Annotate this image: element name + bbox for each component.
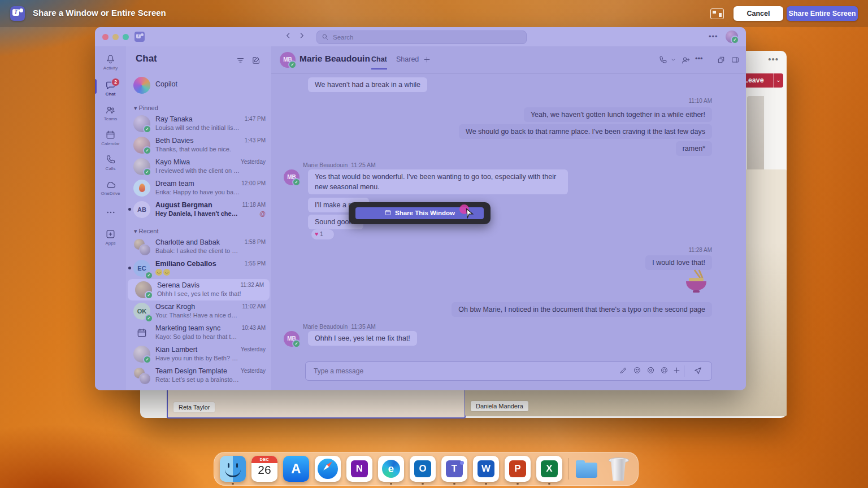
- list-item-copilot[interactable]: Copilot: [126, 75, 271, 97]
- list-item-charlotte-babak[interactable]: Charlotte and Babak Babak: I asked the c…: [126, 236, 271, 258]
- onenote-icon[interactable]: N: [346, 456, 372, 482]
- calendar-icon[interactable]: DEC26: [251, 456, 277, 482]
- conversation-header: MB✓ Marie Beaudouin Chat Shared •••: [271, 46, 746, 74]
- rail-item-teams[interactable]: Teams: [95, 103, 126, 127]
- search-icon: [321, 33, 329, 43]
- dock: DEC26 A N e O T W P X: [214, 452, 639, 486]
- message-bubble-right: ramen*: [676, 141, 712, 156]
- avatar-initials: AB: [133, 201, 150, 218]
- presence-available-icon: ✓: [292, 178, 301, 186]
- share-bar: T Share a Window or Entire Screen Cancel…: [0, 0, 868, 27]
- list-item-ray-tanaka[interactable]: ✓ Ray Tanaka Louisa will send the initia…: [126, 113, 271, 134]
- send-icon[interactable]: [693, 366, 702, 377]
- popout-icon[interactable]: [717, 55, 726, 67]
- call-dropdown-icon[interactable]: [670, 55, 677, 66]
- format-icon[interactable]: [619, 366, 628, 377]
- chat-list-title: Chat: [136, 53, 157, 64]
- participant-name-label: Daniela Mandera: [471, 401, 528, 411]
- list-item-kian-lambert[interactable]: ✓ Kian Lambert Have you run this by Beth…: [126, 343, 271, 365]
- leave-dropdown-button[interactable]: ⌄: [773, 73, 783, 88]
- pinned-section-label[interactable]: ▾ Pinned: [134, 104, 158, 112]
- outlook-icon[interactable]: O: [410, 456, 436, 482]
- avatar: ✓: [133, 158, 150, 175]
- meeting-more-icon[interactable]: •••: [768, 54, 779, 64]
- list-item-august-bergman[interactable]: AB August Bergman Hey Daniela, I haven't…: [126, 199, 271, 220]
- finder-icon[interactable]: [220, 456, 246, 482]
- running-indicator: [548, 483, 550, 485]
- add-tab-icon[interactable]: [423, 55, 431, 66]
- tab-chat[interactable]: Chat: [371, 55, 387, 69]
- list-item-serena-davis-selected[interactable]: ✓ Serena Davis Ohhh I see, yes let me fi…: [128, 279, 270, 300]
- rail-item-calendar[interactable]: Calendar: [95, 128, 126, 151]
- list-item-dream-team[interactable]: Dream team Erika: Happy to have you back…: [126, 177, 271, 199]
- open-panel-icon[interactable]: [731, 55, 740, 67]
- loop-icon[interactable]: [660, 366, 669, 377]
- tab-shared[interactable]: Shared: [396, 55, 419, 63]
- list-item-beth-davies[interactable]: ✓ Beth Davies Thanks, that would be nice…: [126, 134, 271, 156]
- presence-available-icon: ✓: [288, 60, 297, 69]
- minimize-traffic-light[interactable]: [112, 34, 119, 40]
- edge-icon[interactable]: e: [378, 456, 404, 482]
- unread-dot: [128, 267, 131, 269]
- group-avatar: [133, 367, 150, 384]
- list-item-emiliano-ceballos[interactable]: EC ✓ Emiliano Ceballos 1:55 PM: [126, 258, 271, 279]
- attach-plus-icon[interactable]: [672, 366, 681, 377]
- rail-item-chat[interactable]: 2 Chat: [95, 78, 126, 102]
- chat-list-panel: Chat Copilot ▾ Pinned ✓ Ray Tanaka Louis…: [126, 46, 272, 390]
- window-more-icon[interactable]: •••: [709, 32, 718, 41]
- rail-item-apps[interactable]: Apps: [95, 227, 126, 251]
- list-item-team-design-template[interactable]: Team Design Template Reta: Let's set up …: [126, 365, 271, 386]
- trash-icon[interactable]: [605, 456, 631, 482]
- filter-icon[interactable]: [236, 55, 245, 67]
- heart-reaction-chip[interactable]: ♥ 1: [311, 229, 335, 240]
- emoji-icon[interactable]: [633, 366, 641, 377]
- back-icon[interactable]: [284, 31, 293, 42]
- rail-item-calls[interactable]: Calls: [95, 152, 126, 176]
- zoom-traffic-light[interactable]: [123, 34, 129, 40]
- add-people-icon[interactable]: [681, 55, 691, 67]
- timestamp: 11:28 AM: [688, 247, 712, 253]
- recent-section-label[interactable]: ▾ Recent: [134, 228, 158, 235]
- app-store-icon[interactable]: A: [283, 456, 309, 482]
- profile-avatar[interactable]: ✓: [726, 30, 738, 43]
- powerpoint-icon[interactable]: P: [505, 456, 531, 482]
- presence-available-icon: ✓: [143, 168, 151, 176]
- close-traffic-light[interactable]: [102, 34, 108, 40]
- meeting-calendar-icon: [133, 324, 150, 341]
- presence-available-icon: ✓: [145, 291, 153, 299]
- compose-bar[interactable]: [305, 361, 712, 381]
- search-bar[interactable]: [316, 30, 527, 44]
- rail-item-onedrive[interactable]: OneDrive: [95, 177, 126, 201]
- conversation-more-icon[interactable]: •••: [695, 54, 703, 63]
- forward-icon[interactable]: [297, 31, 306, 42]
- emoji-preview: [155, 269, 240, 277]
- mention-icon: @: [259, 210, 266, 217]
- downloads-folder-icon[interactable]: [574, 456, 600, 482]
- list-item-kayo-miwa[interactable]: ✓ Kayo Miwa I reviewed with the client o…: [126, 156, 271, 177]
- running-indicator: [232, 483, 234, 485]
- rail-item-more[interactable]: [95, 206, 126, 219]
- teams-chat-window[interactable]: T ••• ✓ Activity 2 Chat: [95, 27, 746, 390]
- share-entire-screen-button[interactable]: Share Entire Screen: [787, 6, 858, 21]
- message-input[interactable]: [313, 365, 586, 377]
- message-bubble-right: We should go back to that ramne place. I…: [459, 124, 712, 139]
- rail-item-activity[interactable]: Activity: [95, 52, 126, 76]
- message-bubble-left: Yes that would be wonderful. I've been w…: [308, 169, 568, 194]
- list-item-marketing-team-sync[interactable]: Marketing team sync Kayo: So glad to hea…: [126, 322, 271, 343]
- screen-layout-icon[interactable]: [710, 8, 724, 19]
- new-chat-icon[interactable]: [251, 55, 261, 67]
- teams-app-icon: T: [134, 32, 145, 42]
- presence-available-icon: ✓: [145, 271, 153, 280]
- copilot-icon[interactable]: [646, 366, 655, 377]
- screen: ••• Leave ⌄ Reta Taylor Daniela Mandera …: [0, 0, 868, 488]
- word-icon[interactable]: W: [473, 456, 499, 482]
- call-icon[interactable]: [658, 55, 667, 67]
- search-input[interactable]: [332, 32, 520, 43]
- excel-icon[interactable]: X: [536, 456, 562, 482]
- peer-name: Marie Beaudouin: [300, 54, 370, 64]
- cancel-button[interactable]: Cancel: [734, 6, 783, 21]
- safari-icon[interactable]: [315, 456, 341, 482]
- peer-avatar[interactable]: MB✓: [280, 52, 296, 68]
- list-item-oscar-krogh[interactable]: OK ✓ Oscar Krogh You: Thanks! Have a nic…: [126, 300, 271, 322]
- teams-dock-icon[interactable]: T: [441, 456, 467, 482]
